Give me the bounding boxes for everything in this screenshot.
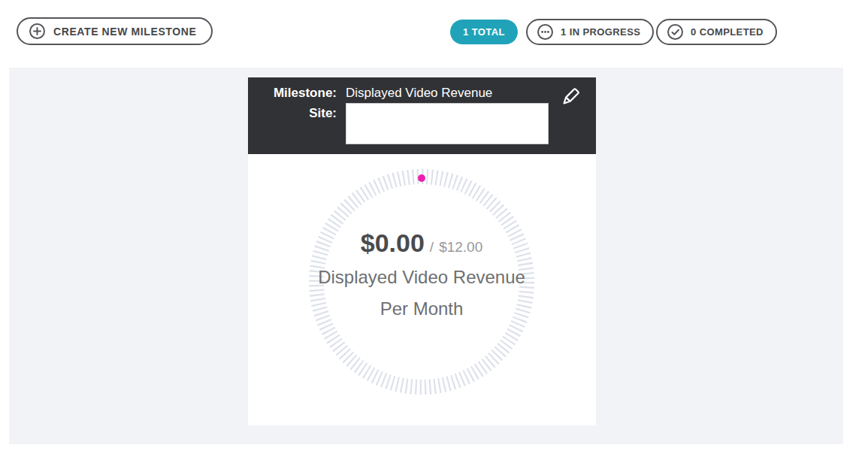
create-new-milestone-label: CREATE NEW MILESTONE: [53, 26, 196, 38]
site-input[interactable]: [346, 103, 549, 144]
in-progress-badge[interactable]: 1 IN PROGRESS: [526, 19, 654, 45]
completed-badge[interactable]: 0 COMPLETED: [656, 19, 777, 45]
total-badge-label: 1 TOTAL: [463, 26, 505, 38]
gauge-target-value: $12.00: [439, 239, 482, 256]
milestone-card-header: Milestone: Displayed Video Revenue Site:: [248, 77, 596, 154]
create-new-milestone-button[interactable]: CREATE NEW MILESTONE: [17, 17, 213, 45]
milestone-progress-gauge: $0.00 / $12.00 Displayed Video Revenue P…: [305, 165, 538, 398]
ellipsis-circle-icon: [537, 23, 554, 41]
gauge-title-line1: Displayed Video Revenue: [318, 265, 525, 289]
completed-badge-label: 0 COMPLETED: [691, 26, 764, 38]
in-progress-badge-label: 1 IN PROGRESS: [561, 26, 640, 38]
milestones-panel: Milestone: Displayed Video Revenue Site:: [9, 68, 843, 444]
site-label: Site:: [248, 103, 337, 144]
milestone-card: Milestone: Displayed Video Revenue Site:: [248, 77, 596, 425]
total-badge[interactable]: 1 TOTAL: [450, 20, 518, 44]
gauge-value-separator: /: [430, 239, 434, 256]
gauge-value-row: $0.00 / $12.00: [361, 229, 483, 258]
pencil-icon: [558, 101, 582, 113]
milestone-label: Milestone:: [248, 83, 337, 103]
plus-circle-icon: [29, 23, 46, 40]
gauge-current-value: $0.00: [361, 229, 425, 258]
edit-milestone-button[interactable]: [557, 84, 582, 113]
check-circle-icon: [667, 23, 684, 41]
gauge-title-line2: Per Month: [380, 297, 464, 321]
